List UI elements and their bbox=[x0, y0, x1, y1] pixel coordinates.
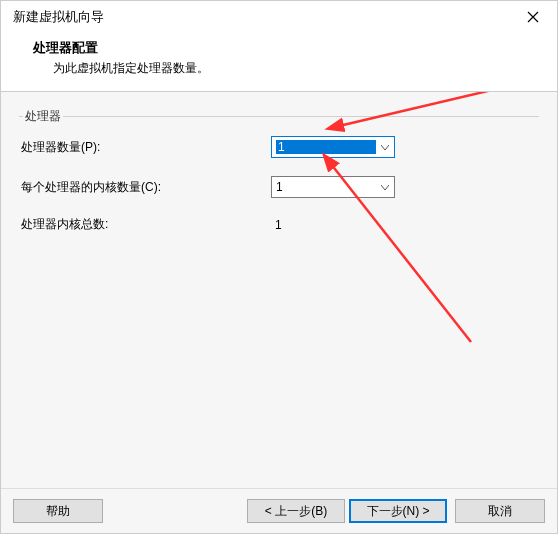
close-button[interactable] bbox=[517, 7, 549, 27]
page-subtitle: 为此虚拟机指定处理器数量。 bbox=[33, 60, 541, 77]
processors-value: 1 bbox=[276, 140, 376, 154]
cores-per-row: 每个处理器的内核数量(C): 1 bbox=[19, 170, 539, 204]
processors-group: 处理器 处理器数量(P): 1 每个处理器的内核数量(C): 1 bbox=[19, 110, 539, 239]
back-button[interactable]: < 上一步(B) bbox=[247, 499, 345, 523]
titlebar: 新建虚拟机向导 bbox=[1, 1, 557, 31]
processors-row: 处理器数量(P): 1 bbox=[19, 130, 539, 164]
content-area: 处理器 处理器数量(P): 1 每个处理器的内核数量(C): 1 bbox=[1, 92, 557, 488]
total-cores-row: 处理器内核总数: 1 bbox=[19, 210, 539, 239]
total-cores-value: 1 bbox=[271, 218, 282, 232]
cores-per-select[interactable]: 1 bbox=[271, 176, 395, 198]
dialog-header: 处理器配置 为此虚拟机指定处理器数量。 bbox=[1, 31, 557, 91]
total-cores-label: 处理器内核总数: bbox=[21, 216, 271, 233]
group-legend: 处理器 bbox=[23, 108, 63, 125]
window-title: 新建虚拟机向导 bbox=[13, 8, 104, 26]
processors-select[interactable]: 1 bbox=[271, 136, 395, 158]
chevron-down-icon bbox=[376, 185, 394, 190]
wizard-dialog: 新建虚拟机向导 处理器配置 为此虚拟机指定处理器数量。 处理器 处理器数量(P)… bbox=[0, 0, 558, 534]
cores-per-label: 每个处理器的内核数量(C): bbox=[21, 179, 271, 196]
page-title: 处理器配置 bbox=[33, 39, 541, 57]
next-button[interactable]: 下一步(N) > bbox=[349, 499, 447, 523]
close-icon bbox=[527, 11, 539, 23]
cancel-button[interactable]: 取消 bbox=[455, 499, 545, 523]
processors-label: 处理器数量(P): bbox=[21, 139, 271, 156]
cores-per-value: 1 bbox=[276, 180, 376, 194]
help-button[interactable]: 帮助 bbox=[13, 499, 103, 523]
chevron-down-icon bbox=[376, 145, 394, 150]
button-bar: 帮助 < 上一步(B) 下一步(N) > 取消 bbox=[1, 488, 557, 533]
